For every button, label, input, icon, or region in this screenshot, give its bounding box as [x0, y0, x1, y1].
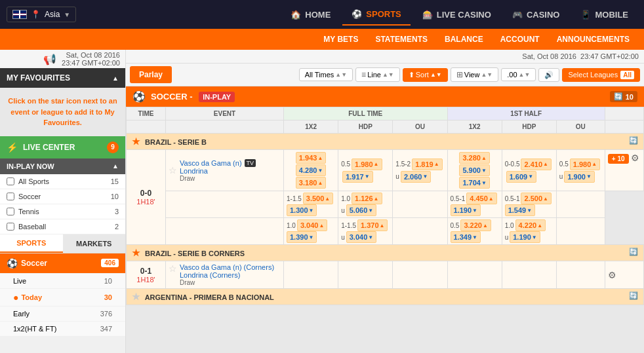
ht-hdp-btn1[interactable]: 2.410▲	[521, 158, 551, 170]
refresh-count[interactable]: 🔄 10	[610, 91, 637, 102]
mobile-icon: 📱	[580, 10, 591, 20]
ft-ou-btn-r3a[interactable]: 1.370▲	[357, 219, 388, 231]
statements-link[interactable]: STATEMENTS	[367, 31, 435, 48]
live-casino-icon: 🎰	[422, 10, 433, 20]
ht-hdp-btn-r3b[interactable]: 1.349▼	[451, 231, 481, 243]
ht-ou-val2: 1.900▼	[567, 173, 591, 181]
ft-hdp-btn-r2a[interactable]: 3.500▲	[303, 193, 333, 204]
nav-live-casino[interactable]: 🎰 LIVE CASINO	[413, 5, 500, 25]
ht-1x2-draw-val: 1.704▼	[462, 179, 486, 187]
soccer-live-label: Live	[13, 277, 104, 285]
nav-sports[interactable]: ⚽ SPORTS	[342, 4, 410, 26]
soccer-1x2-item[interactable]: 1x2(HT & FT) 347	[0, 322, 125, 337]
line-control[interactable]: ≡ Line ▲▼	[355, 67, 400, 82]
baseball-checkbox[interactable]	[7, 223, 14, 231]
event-star[interactable]: ☆	[169, 165, 177, 176]
corners-star-btn[interactable]: ☆	[169, 263, 177, 274]
match-row-vasco: 0-0 1H18' ☆ Vasco da Gama (n) TV Londr	[127, 150, 644, 191]
ft-ou-btn2[interactable]: 2.060▼	[401, 171, 431, 183]
nav-home[interactable]: 🏠 HOME	[281, 5, 340, 25]
odds-control[interactable]: .00 ▲▼	[501, 68, 536, 81]
sort-control[interactable]: ⬆ Sort ▲▼	[403, 68, 448, 82]
ht-hdp-btn-r3a[interactable]: 3.220▲	[460, 219, 491, 231]
sports-tab[interactable]: SPORTS	[0, 234, 63, 253]
corners-draw: Draw	[180, 279, 274, 286]
announcements-link[interactable]: ANNOUNCEMENTS	[549, 31, 637, 48]
ft-ou-btn1[interactable]: 1.819▲	[412, 158, 442, 170]
corners-league-cell: ★ BRAZIL - SERIE B CORNERS 🔄	[127, 245, 644, 261]
ht-1x2-home[interactable]: 3.280▲	[459, 152, 489, 164]
ft-ou-btn-r2b[interactable]: 5.060▼	[346, 204, 376, 216]
sound-control[interactable]: 🔊	[538, 68, 559, 82]
ht-hdp-btn2[interactable]: 1.609▼	[506, 171, 536, 183]
corners-team1[interactable]: Vasco da Gama (n) (Corners)	[180, 263, 274, 271]
ft-hdp-val-r3b: 1.390▼	[290, 233, 313, 241]
ht-hdp-btn-r2b[interactable]: 1.190▼	[451, 204, 481, 216]
ft-1x2-home[interactable]: 1.943▲	[296, 152, 326, 164]
soccer-today-item[interactable]: ● Today 30	[0, 289, 125, 307]
ht-ou-btn-r2b[interactable]: 1.549▼	[505, 204, 535, 216]
in-play-header[interactable]: IN-PLAY NOW ▲	[0, 158, 125, 174]
team1-link[interactable]: Vasco da Gama (n)	[180, 159, 242, 167]
corners-team2[interactable]: Londrina (Corners)	[180, 271, 274, 279]
ft-hdp-header: HDP	[338, 121, 393, 134]
corners-ht-hdp	[502, 261, 556, 289]
account-link[interactable]: ACCOUNT	[493, 31, 548, 48]
my-bets-link[interactable]: MY BETS	[315, 31, 366, 48]
ft-ou-btn-r2a[interactable]: 1.126▲	[352, 193, 382, 204]
corners-settings-btn[interactable]: ⚙	[608, 270, 616, 280]
parlay-button[interactable]: Parlay	[130, 66, 172, 83]
content-area: Sat, Oct 08 2016 23:47 GMT+02:00 Parlay …	[126, 50, 644, 353]
corners-refresh[interactable]: 🔄	[629, 248, 638, 256]
ft-hdp-btn2[interactable]: 1.917▼	[342, 171, 372, 183]
league-refresh[interactable]: 🔄	[629, 136, 638, 145]
team2-link[interactable]: Londrina	[180, 167, 256, 175]
ht-1x2-draw[interactable]: 1.704▼	[459, 177, 489, 189]
argentina-star[interactable]: ★	[132, 291, 140, 302]
live-center-button[interactable]: ⚡ LIVE CENTER 9	[0, 136, 125, 158]
ft-1x2-away[interactable]: 4.280▼	[296, 164, 326, 176]
league-name: BRAZIL - SERIE B	[145, 138, 207, 146]
ht-ou-btn-r3b[interactable]: 1.190▼	[510, 231, 540, 243]
current-time: 23:47 GMT+02:00	[62, 59, 120, 67]
all-times-control[interactable]: All Times ▲▼	[299, 68, 353, 81]
select-leagues-button[interactable]: Select Leagues All	[562, 68, 640, 82]
ht-ou-btn1[interactable]: 1.980▲	[570, 158, 600, 170]
ht-ou-spread-r2: 0.5-1	[505, 195, 520, 202]
ft-hdp-btn-r3a[interactable]: 3.040▲	[297, 219, 327, 231]
soccer-live-item[interactable]: Live 10	[0, 274, 125, 289]
soccer-sport-item[interactable]: ⚽ Soccer 406	[0, 253, 125, 274]
nav-mobile[interactable]: 📱 MOBILE	[571, 5, 637, 25]
all-sports-checkbox[interactable]	[7, 177, 14, 185]
tennis-checkbox[interactable]	[7, 208, 14, 215]
ht-hdp-header: HDP	[502, 121, 556, 134]
ft-hdp-r2: 1-1.5 3.500▲ 1.300▼	[284, 191, 338, 218]
ht-ou-btn-r2a[interactable]: 2.500▲	[521, 193, 551, 204]
ft-hdp-btn-r3b[interactable]: 1.390▼	[287, 231, 317, 243]
markets-tab[interactable]: MARKETS	[63, 234, 126, 253]
add-to-bet-button[interactable]: + 10	[608, 154, 629, 164]
ft-1x2-draw[interactable]: 3.180▲	[296, 177, 326, 189]
soccer-early-item[interactable]: Early 376	[0, 307, 125, 322]
soccer-checkbox[interactable]	[7, 193, 14, 200]
match-settings-button[interactable]: ⚙	[631, 153, 639, 163]
ft-ou-btn-r3b[interactable]: 3.040▼	[346, 231, 376, 243]
argentina-refresh[interactable]: 🔄	[629, 291, 638, 300]
my-favourites-header[interactable]: MY FAVOURITES ▲	[0, 68, 125, 88]
ht-ou-btn-r3a[interactable]: 4.220▲	[515, 219, 546, 231]
in-play-baseball: Baseball 2	[0, 219, 125, 234]
ht-hdp-btn-r2a[interactable]: 4.450▲	[466, 193, 496, 204]
ht-1x2-away[interactable]: 5.900▼	[459, 164, 489, 176]
ht-ou-odds: 0.5 1.980▲ u 1.900▼	[559, 158, 602, 183]
league-star[interactable]: ★	[132, 136, 140, 147]
ft-hdp-btn-r2b[interactable]: 1.300▼	[287, 204, 317, 216]
view-control[interactable]: ⊞ View ▲▼	[451, 67, 498, 82]
balance-link[interactable]: BALANCE	[437, 31, 491, 48]
ft-hdp-btn1[interactable]: 1.980▲	[352, 158, 382, 170]
region-selector[interactable]: 📍 Asia ▼	[7, 7, 76, 22]
nav-casino[interactable]: 🎮 CASINO	[503, 5, 569, 25]
tv-icon[interactable]: TV	[245, 159, 256, 167]
corners-star[interactable]: ★	[132, 248, 140, 258]
ht-ou-btn2[interactable]: 1.900▼	[564, 171, 594, 183]
favourites-body: Click on the star icon next to an event …	[8, 97, 117, 116]
